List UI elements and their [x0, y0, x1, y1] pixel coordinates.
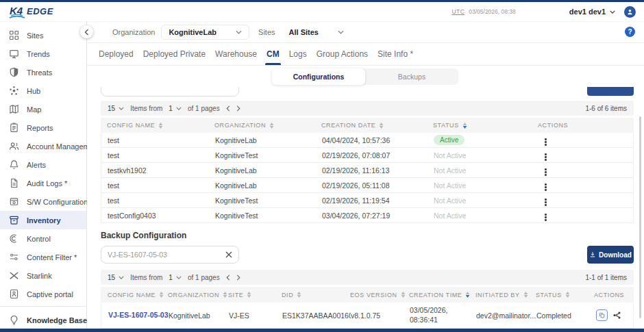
sidebar-collapse-button[interactable] — [80, 25, 93, 38]
row-actions-menu-button[interactable] — [541, 152, 551, 162]
sidebar-item-content-filter[interactable]: Content Filter * — [0, 248, 86, 266]
config-name-link[interactable]: VJ-ES-1607-05-03 — [108, 311, 169, 319]
tab-group-actions[interactable]: Group Actions — [317, 43, 368, 65]
status-text: Not Active — [434, 181, 466, 190]
backup-section-title: Backup Configuration — [101, 231, 634, 240]
sort-icon[interactable] — [465, 292, 470, 298]
column-header-did[interactable]: DID — [282, 292, 350, 298]
column-header-actions: ACTIONS — [538, 122, 634, 129]
package-icon — [9, 196, 19, 207]
items-from-label: Items from — [130, 105, 162, 112]
help-button[interactable]: ? — [625, 27, 635, 37]
backup-search-input[interactable] — [108, 251, 221, 259]
backup-table-pagination: 15Items from1of 1 pages1-1 of 1 items — [101, 270, 634, 285]
column-header-status[interactable]: STATUS — [433, 122, 538, 129]
sidebar-item-threats[interactable]: Threats — [0, 63, 86, 81]
column-header-creation-time[interactable]: CREATION TIME — [409, 292, 475, 298]
column-header-organization[interactable]: ORGANIZATION — [168, 292, 228, 298]
actions-cell — [538, 194, 633, 207]
user-avatar[interactable] — [624, 6, 636, 18]
column-header-eos-version[interactable]: EOS VERSION — [350, 292, 409, 298]
sidebar-item-alerts[interactable]: Alerts — [0, 155, 86, 174]
sidebar-item-label: Starlink — [27, 272, 52, 280]
sort-icon[interactable] — [297, 292, 301, 298]
row-actions-menu-button[interactable] — [541, 182, 551, 192]
creation-date-cell: 02/19/2026, 07:08:07 — [322, 151, 434, 159]
status-cell: Not Active — [434, 151, 538, 159]
tab-cm[interactable]: CM — [267, 43, 280, 65]
sites-select[interactable]: All Sites — [282, 25, 351, 40]
tab-deployed-private[interactable]: Deployed Private — [143, 43, 206, 65]
next-page-button[interactable] — [236, 105, 240, 112]
config-search-input[interactable] — [101, 87, 239, 97]
grid-icon — [9, 30, 19, 40]
chevron-left-icon — [84, 29, 89, 36]
sidebar-item-hub[interactable]: Hub — [0, 81, 86, 100]
tab-site-info[interactable]: Site Info * — [377, 43, 413, 65]
sort-icon[interactable] — [158, 123, 163, 129]
organization-select[interactable]: KognitiveLab — [161, 25, 249, 40]
page-size-select[interactable]: 15 — [108, 105, 124, 112]
sort-icon[interactable] — [401, 292, 406, 298]
column-label: INITIATED BY — [475, 292, 520, 298]
sort-icon[interactable] — [379, 123, 384, 129]
sidebar-item-captive-portal[interactable]: Captive portal — [0, 285, 86, 303]
tab-warehouse[interactable]: Warehouse — [215, 43, 257, 65]
prev-page-button[interactable] — [226, 274, 230, 281]
sidebar-item-s-w-configuration[interactable]: S/W Configuration — [0, 192, 86, 211]
sidebar-item-map[interactable]: Map — [0, 100, 86, 118]
row-actions-menu-button[interactable] — [541, 137, 551, 147]
sidebar-item-account-management[interactable]: Account Management — [0, 137, 86, 155]
column-header-initiated-by[interactable]: INITIATED BY — [475, 292, 536, 298]
sidebar-item-kontrol[interactable]: Kontrol — [0, 229, 86, 248]
page-size-select[interactable]: 15 — [108, 274, 124, 281]
column-header-config-name[interactable]: CONFIG NAME — [108, 292, 168, 298]
tab-deployed[interactable]: Deployed — [99, 43, 134, 65]
column-header-config-name[interactable]: CONFIG NAME — [107, 122, 214, 129]
next-page-button[interactable] — [236, 274, 240, 281]
clipped-primary-button[interactable] — [587, 87, 634, 96]
row-actions-menu-button[interactable] — [541, 197, 551, 207]
site-cell: VJ-ES — [229, 311, 282, 320]
header-timestamp: 03/05/2026, 08:38 — [469, 8, 516, 15]
vertical-scrollbar[interactable] — [639, 116, 641, 318]
download-button[interactable]: Download — [587, 246, 634, 264]
utc-toggle[interactable]: UTC — [452, 8, 465, 15]
segment-configurations[interactable]: Configurations — [272, 68, 365, 85]
sidebar-item-audit-logs[interactable]: Audit Logs * — [0, 174, 86, 192]
copy-icon[interactable] — [596, 309, 608, 321]
table-row: VJ-ES-1607-05-03KognitiveLabVJ-ESES1K37A… — [101, 303, 633, 329]
sidebar-item-label: S/W Configuration — [27, 198, 88, 206]
share-icon[interactable] — [612, 311, 621, 320]
chevron-right-icon — [236, 274, 240, 281]
sidebar-item-sites[interactable]: Sites — [0, 26, 86, 44]
sort-icon[interactable] — [462, 123, 467, 129]
row-actions-menu-button[interactable] — [541, 167, 551, 177]
tab-logs[interactable]: Logs — [289, 43, 307, 65]
clear-search-button[interactable] — [225, 251, 232, 258]
sort-icon[interactable] — [223, 292, 227, 298]
sort-icon[interactable] — [269, 123, 274, 129]
page-select[interactable]: 1 — [169, 105, 182, 112]
sidebar-item-reports[interactable]: Reports — [0, 118, 86, 137]
sort-icon[interactable] — [565, 292, 570, 298]
row-actions-menu-button[interactable] — [541, 212, 551, 222]
sidebar-item-inventory[interactable]: Inventory — [0, 211, 86, 229]
prev-page-button[interactable] — [226, 105, 230, 112]
column-header-status[interactable]: STATUS — [536, 292, 594, 298]
creation-date-cell: 02/19/2026, 11:19:54 — [322, 196, 434, 205]
sort-icon[interactable] — [159, 292, 164, 298]
user-menu[interactable]: dev1 dev1 — [569, 8, 615, 16]
sort-icon[interactable] — [523, 292, 528, 298]
sort-icon[interactable] — [247, 292, 251, 298]
column-header-site[interactable]: SITE — [228, 292, 282, 298]
status-badge: Active — [434, 135, 465, 145]
column-header-organization[interactable]: ORGANIZATION — [214, 122, 321, 129]
column-header-creation-date[interactable]: CREATION DATE — [321, 122, 433, 129]
sidebar-item-trends[interactable]: Trends — [0, 44, 86, 63]
segment-backups[interactable]: Backups — [365, 68, 458, 85]
chevron-down-icon — [338, 30, 344, 34]
page-select[interactable]: 1 — [169, 274, 182, 281]
sidebar-item-starlink[interactable]: Starlink — [0, 266, 86, 285]
sidebar-item-knowledge-base[interactable]: Knowledge Base — [0, 311, 86, 329]
